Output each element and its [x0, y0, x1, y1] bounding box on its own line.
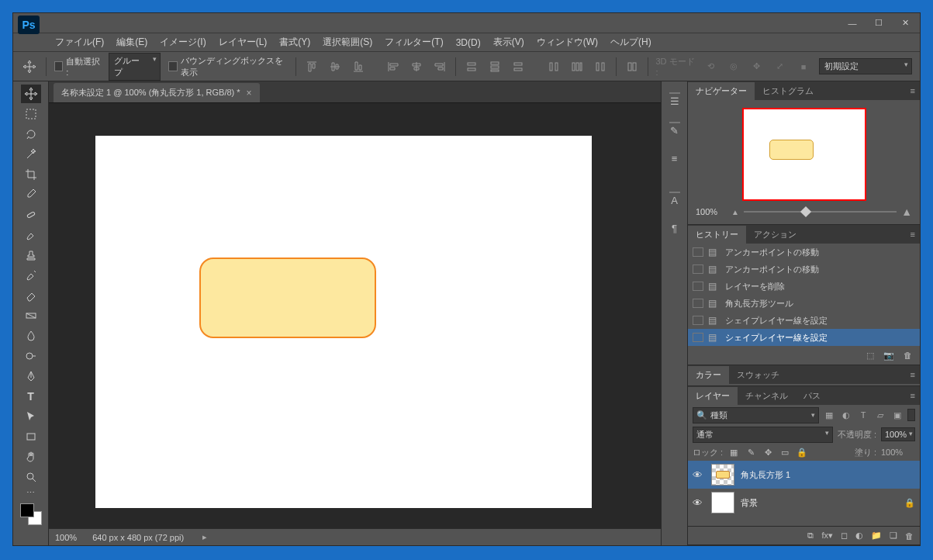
menu-image[interactable]: イメージ(I): [154, 33, 212, 52]
brush-tool[interactable]: [21, 226, 41, 244]
dist-top-icon[interactable]: [464, 58, 479, 75]
menu-select[interactable]: 選択範囲(S): [316, 33, 378, 52]
history-brush-tool[interactable]: [21, 266, 41, 285]
maximize-button[interactable]: ☐: [867, 16, 890, 31]
filter-toggle[interactable]: [907, 409, 915, 421]
layer-row[interactable]: 👁背景🔒: [688, 489, 920, 517]
path-select-tool[interactable]: [21, 407, 41, 426]
canvas-viewport[interactable]: [49, 103, 661, 528]
fg-color[interactable]: [20, 503, 34, 517]
menu-layer[interactable]: レイヤー(L): [213, 33, 274, 52]
lock-all-icon[interactable]: 🔒: [796, 448, 808, 458]
visibility-icon[interactable]: 👁: [693, 469, 705, 481]
history-item[interactable]: ▤レイヤーを削除: [688, 278, 920, 295]
menu-filter[interactable]: フィルター(T): [378, 33, 449, 52]
menu-type[interactable]: 書式(Y): [273, 33, 316, 52]
collapsed-paragraph-icon[interactable]: ¶: [664, 215, 686, 241]
layer-group-icon[interactable]: 📁: [871, 531, 882, 541]
dodge-tool[interactable]: [21, 347, 41, 365]
trash-icon[interactable]: 🗑: [904, 351, 912, 360]
crop-tool[interactable]: [21, 165, 41, 184]
close-button[interactable]: ✕: [893, 16, 917, 31]
minimize-button[interactable]: —: [841, 16, 864, 31]
eraser-tool[interactable]: [21, 286, 41, 305]
layer-fx-icon[interactable]: fx▾: [821, 531, 833, 541]
document-tab[interactable]: 名称未設定 1 @ 100% (角丸長方形 1, RGB/8) * ×: [54, 83, 260, 102]
dist-hcenter-icon[interactable]: [569, 58, 585, 75]
auto-align-icon[interactable]: [624, 58, 640, 75]
edit-toolbar[interactable]: ⋯: [21, 488, 41, 497]
lasso-tool[interactable]: [21, 125, 41, 143]
zoom-slider[interactable]: [744, 211, 897, 213]
navigator-thumbnail[interactable]: [742, 108, 866, 201]
healing-tool[interactable]: [21, 206, 41, 224]
snapshot-icon[interactable]: ⬚: [866, 351, 874, 361]
filter-shape-icon[interactable]: ▱: [873, 408, 887, 422]
align-vcenter-icon[interactable]: [327, 58, 343, 75]
gradient-tool[interactable]: [21, 306, 41, 325]
menu-file[interactable]: ファイル(F): [49, 33, 110, 52]
type-tool[interactable]: T: [21, 387, 41, 406]
dist-left-icon[interactable]: [546, 58, 562, 75]
history-item[interactable]: ▤角丸長方形ツール: [688, 295, 920, 312]
align-hcenter-icon[interactable]: [409, 58, 424, 75]
auto-select-checkbox[interactable]: 自動選択 :: [54, 56, 101, 77]
eyedropper-tool[interactable]: [21, 185, 41, 204]
blur-tool[interactable]: [21, 327, 41, 345]
stamp-tool[interactable]: [21, 246, 41, 264]
collapsed-adjust-icon[interactable]: ≡: [664, 145, 686, 171]
filter-type-icon[interactable]: T: [856, 408, 870, 422]
zoom-tool[interactable]: [21, 468, 41, 486]
panel-menu-icon[interactable]: ≡: [911, 86, 915, 95]
panel-menu-icon[interactable]: ≡: [911, 370, 915, 379]
move-tool[interactable]: [21, 85, 41, 103]
history-item[interactable]: ▤シェイプレイヤー線を設定: [688, 312, 920, 329]
link-layers-icon[interactable]: ⧉: [807, 531, 814, 541]
tab-histogram[interactable]: ヒストグラム: [755, 82, 821, 100]
zoom-out-icon[interactable]: ▲: [731, 208, 739, 216]
filter-pixel-icon[interactable]: ▦: [822, 408, 836, 422]
zoom-in-icon[interactable]: ▲: [901, 206, 912, 218]
tab-channels[interactable]: チャンネル: [738, 387, 796, 405]
menu-help[interactable]: ヘルプ(H): [604, 33, 658, 52]
blend-mode-select[interactable]: 通常: [693, 427, 833, 443]
pen-tool[interactable]: [21, 367, 41, 385]
align-top-icon[interactable]: [304, 58, 320, 75]
dist-bottom-icon[interactable]: [510, 58, 526, 75]
status-menu-icon[interactable]: ▸: [202, 532, 207, 542]
collapsed-history-icon[interactable]: ☰: [664, 86, 686, 112]
visibility-icon[interactable]: 👁: [693, 497, 705, 509]
rounded-rectangle-shape[interactable]: [199, 258, 376, 338]
zoom-level[interactable]: 100%: [55, 533, 77, 542]
tab-actions[interactable]: アクション: [746, 226, 804, 244]
marquee-tool[interactable]: [21, 105, 41, 123]
hand-tool[interactable]: [21, 448, 41, 466]
tab-navigator[interactable]: ナビゲーター: [688, 82, 755, 100]
navigator-zoom[interactable]: 100%: [696, 207, 727, 216]
tab-history[interactable]: ヒストリー: [688, 226, 746, 244]
dist-right-icon[interactable]: [593, 58, 608, 75]
adjustment-layer-icon[interactable]: ◐: [855, 531, 863, 541]
panel-menu-icon[interactable]: ≡: [911, 391, 915, 400]
rectangle-tool[interactable]: [21, 427, 41, 446]
align-right-icon[interactable]: [432, 58, 447, 75]
lock-position-icon[interactable]: ✥: [762, 448, 774, 458]
canvas[interactable]: [95, 136, 592, 508]
opacity-value[interactable]: 100%: [881, 427, 915, 441]
lock-artboard-icon[interactable]: ▭: [779, 448, 791, 458]
delete-layer-icon[interactable]: 🗑: [905, 531, 914, 541]
layer-filter-type[interactable]: 🔍種類: [693, 407, 819, 423]
tab-color[interactable]: カラー: [688, 366, 729, 384]
layer-row[interactable]: 👁角丸長方形 1: [688, 461, 920, 489]
align-bottom-icon[interactable]: [351, 58, 366, 75]
new-layer-icon[interactable]: ❏: [890, 531, 897, 541]
magic-wand-tool[interactable]: [21, 145, 41, 164]
show-bbox-checkbox[interactable]: バウンディングボックスを表示: [168, 55, 288, 78]
dist-vcenter-icon[interactable]: [487, 58, 503, 75]
align-left-icon[interactable]: [386, 58, 402, 75]
tab-swatches[interactable]: スウォッチ: [729, 366, 787, 384]
close-tab-icon[interactable]: ×: [247, 88, 252, 99]
document-info[interactable]: 640 px x 480 px (72 ppi): [92, 533, 184, 542]
collapsed-character-icon[interactable]: A: [664, 185, 686, 212]
lock-paint-icon[interactable]: ✎: [745, 448, 757, 458]
